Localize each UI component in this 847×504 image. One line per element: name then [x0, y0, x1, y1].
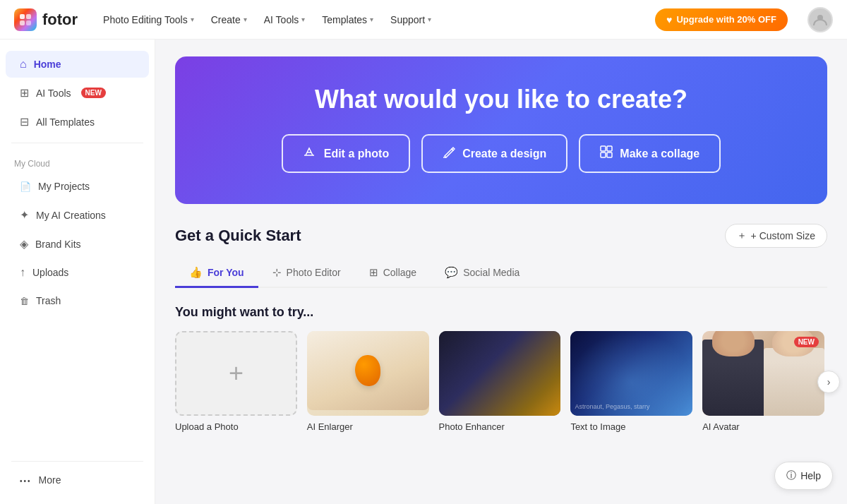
hero-banner: What would you like to create? Edit a ph… [175, 56, 827, 204]
svg-rect-7 [601, 146, 606, 151]
card-ai-avatar[interactable]: NEW AI Avatar [702, 331, 824, 432]
tab-collage[interactable]: ⊞ Collage [355, 259, 431, 288]
svg-rect-8 [607, 146, 612, 151]
make-collage-button[interactable]: Make a collage [579, 134, 721, 173]
nav-create[interactable]: Create ▾ [211, 14, 247, 25]
sidebar-divider [11, 143, 143, 143]
hero-buttons: Edit a photo Create a design [203, 134, 799, 173]
sidebar-item-brand-kits[interactable]: Brand Kits [6, 230, 149, 258]
ai-enlarger-label: AI Enlarger [307, 421, 429, 432]
chevron-down-icon: ▾ [428, 16, 431, 23]
text-to-image-image: Astronaut, Pegasus, starry [570, 331, 692, 416]
text-to-image-label: Text to Image [570, 421, 692, 432]
brand-icon [20, 237, 28, 251]
logo[interactable]: fotor [14, 8, 78, 31]
projects-icon [20, 180, 31, 193]
sidebar-item-uploads[interactable]: Uploads [6, 259, 149, 286]
ai-avatar-new-badge: NEW [794, 337, 819, 347]
ai-enlarger-image [307, 331, 429, 416]
svg-rect-10 [607, 152, 612, 157]
sidebar-divider-bottom [11, 461, 143, 462]
sidebar: Home AI Tools NEW All Templates My Cloud… [0, 40, 155, 504]
chevron-down-icon: ▾ [191, 16, 194, 23]
sidebar-item-trash[interactable]: Trash [6, 287, 149, 314]
collage-icon: ⊞ [369, 266, 378, 279]
make-collage-icon [600, 145, 613, 162]
help-circle-icon: ⓘ [786, 469, 796, 482]
help-button[interactable]: ⓘ Help [774, 462, 833, 490]
my-cloud-label: My Cloud [0, 150, 155, 172]
custom-size-button[interactable]: ＋ + Custom Size [725, 224, 827, 248]
tab-photo-editor[interactable]: ⊹ Photo Editor [258, 259, 355, 288]
sidebar-item-more[interactable]: More [6, 467, 149, 493]
home-icon [20, 58, 27, 71]
upload-plus-icon: + [229, 359, 244, 388]
nav-templates[interactable]: Templates ▾ [322, 14, 373, 25]
ai-avatar-image: NEW [702, 331, 824, 416]
upload-photo-label: Upload a Photo [175, 421, 297, 432]
chevron-down-icon: ▾ [301, 16, 305, 23]
main-layout: Home AI Tools NEW All Templates My Cloud… [0, 40, 847, 504]
edit-photo-icon [303, 145, 317, 162]
more-icon [20, 474, 32, 486]
main-content: What would you like to create? Edit a ph… [155, 40, 847, 504]
svg-rect-9 [601, 152, 606, 157]
next-arrow-button[interactable]: › [817, 371, 840, 393]
logo-text: fotor [42, 11, 78, 29]
hero-title: What would you like to create? [203, 85, 799, 114]
quick-start-title: Get a Quick Start [175, 227, 301, 245]
svg-rect-3 [26, 20, 31, 25]
avatar[interactable] [807, 7, 833, 32]
photo-editor-icon: ⊹ [272, 266, 282, 279]
trash-icon [20, 294, 29, 307]
upgrade-button[interactable]: ♥ Upgrade with 20% OFF [655, 8, 788, 31]
text2img-sub-label: Astronaut, Pegasus, starry [575, 403, 649, 410]
sidebar-item-ai-creations[interactable]: My AI Creations [6, 201, 149, 229]
upload-photo-image: + [175, 331, 297, 416]
try-title: You might want to try... [175, 305, 827, 320]
nav-ai-tools[interactable]: AI Tools ▾ [264, 14, 306, 25]
cards-container: + Upload a Photo AI Enlarger [175, 331, 827, 432]
sidebar-item-home[interactable]: Home [6, 51, 149, 78]
sidebar-item-ai-tools[interactable]: AI Tools NEW [6, 79, 149, 107]
ai-avatar-label: AI Avatar [702, 421, 824, 432]
photo-enhancer-label: Photo Enhancer [439, 421, 561, 432]
main-nav: Photo Editing Tools ▾ Create ▾ AI Tools … [103, 14, 431, 25]
chevron-down-icon: ▾ [370, 16, 373, 23]
chevron-down-icon: ▾ [244, 16, 247, 23]
try-section: You might want to try... + Upload a Phot… [175, 305, 827, 432]
new-badge: NEW [81, 88, 106, 98]
heart-icon: ♥ [666, 14, 672, 25]
card-text-to-image[interactable]: Astronaut, Pegasus, starry Text to Image [570, 331, 692, 432]
svg-rect-1 [26, 14, 31, 19]
card-upload-photo[interactable]: + Upload a Photo [175, 331, 297, 432]
header: fotor Photo Editing Tools ▾ Create ▾ AI … [0, 0, 847, 40]
thumbs-up-icon: 👍 [189, 266, 203, 279]
tab-for-you[interactable]: 👍 For You [175, 259, 258, 288]
card-photo-enhancer[interactable]: Photo Enhancer [439, 331, 561, 432]
edit-photo-button[interactable]: Edit a photo [282, 134, 410, 173]
logo-icon [14, 8, 37, 31]
templates-icon [20, 115, 29, 128]
sidebar-item-my-projects[interactable]: My Projects [6, 173, 149, 200]
plus-icon: ＋ [737, 229, 747, 242]
card-ai-enlarger[interactable]: AI Enlarger [307, 331, 429, 432]
create-design-icon [443, 145, 455, 162]
tab-social-media[interactable]: 💬 Social Media [431, 259, 534, 288]
uploads-icon [20, 266, 25, 279]
social-media-icon: 💬 [445, 266, 458, 279]
svg-rect-0 [20, 14, 25, 19]
tabs-bar: 👍 For You ⊹ Photo Editor ⊞ Collage 💬 Soc… [175, 259, 827, 288]
create-design-button[interactable]: Create a design [421, 134, 567, 173]
nav-photo-editing[interactable]: Photo Editing Tools ▾ [103, 14, 194, 25]
sidebar-item-all-templates[interactable]: All Templates [6, 108, 149, 136]
ai-tools-icon [20, 86, 29, 100]
photo-enhancer-image [439, 331, 561, 416]
ai-creations-icon [20, 208, 29, 222]
svg-rect-2 [20, 20, 25, 25]
nav-support[interactable]: Support ▾ [390, 14, 431, 25]
quick-start-header: Get a Quick Start ＋ + Custom Size [175, 224, 827, 248]
